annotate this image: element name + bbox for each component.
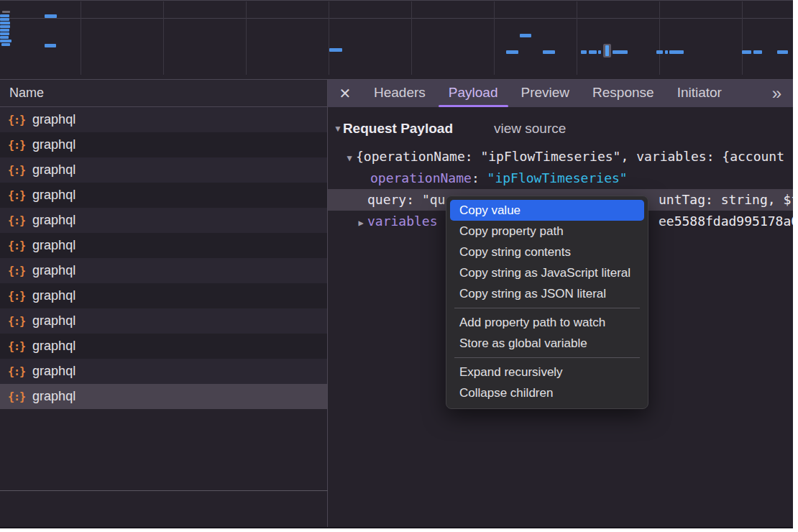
- view-source-link[interactable]: view source: [494, 121, 566, 137]
- request-timing-bar: [656, 50, 663, 54]
- property-value: "ipFlowTimeseries": [487, 170, 628, 185]
- json-fetch-icon: {:}: [8, 390, 25, 403]
- request-timing-bar: [0, 40, 12, 42]
- property-value-right: ee5588fdad995178a0: [659, 211, 793, 232]
- request-row[interactable]: {:}graphql: [0, 132, 327, 157]
- menu-item-store-as-global-variable[interactable]: Store as global variable: [446, 333, 648, 354]
- tree-row-operation-name[interactable]: operationName: "ipFlowTimeseries": [328, 168, 793, 189]
- request-payload-section-header[interactable]: ▼ Request Payload view source: [334, 117, 566, 140]
- colon: :: [406, 192, 422, 207]
- request-timing-bar: [2, 11, 10, 13]
- menu-divider: [454, 357, 640, 358]
- tab-preview[interactable]: Preview: [510, 80, 582, 107]
- tab-initiator[interactable]: Initiator: [666, 80, 733, 107]
- request-row[interactable]: {:}graphql: [0, 157, 327, 183]
- menu-item-collapse-children[interactable]: Collapse children: [446, 382, 648, 403]
- overview-gridline: [163, 1, 164, 75]
- json-fetch-icon: {:}: [8, 214, 25, 227]
- menu-item-copy-property-path[interactable]: Copy property path: [446, 221, 648, 242]
- request-name: graphql: [32, 263, 75, 278]
- tab-strip: HeadersPayloadPreviewResponseInitiator: [362, 80, 733, 107]
- property-value-right: untTag: string, $f: [659, 189, 793, 211]
- request-timing-bar: [581, 50, 587, 54]
- property-key: variables: [367, 214, 438, 229]
- request-row[interactable]: {:}graphql: [0, 258, 327, 283]
- json-fetch-icon: {:}: [8, 340, 25, 353]
- request-timing-bar: [0, 18, 9, 21]
- request-row[interactable]: {:}graphql: [0, 359, 327, 384]
- overview-gridline-horizontal: [0, 18, 793, 19]
- request-name: graphql: [32, 313, 75, 329]
- request-row[interactable]: {:}graphql: [0, 233, 327, 258]
- close-icon[interactable]: ✕: [336, 80, 354, 107]
- request-timing-bar: [669, 50, 684, 54]
- request-timing-bar: [777, 50, 788, 54]
- menu-item-copy-string-as-javascript-literal[interactable]: Copy string as JavaScript literal: [446, 262, 648, 283]
- request-timing-bar: [665, 50, 668, 54]
- request-timing-bar: [598, 50, 601, 54]
- overview-gridline: [411, 1, 412, 75]
- request-timing-bar: [742, 50, 751, 54]
- expand-triangle-icon[interactable]: ▶: [354, 212, 367, 232]
- json-fetch-icon: {:}: [8, 290, 25, 303]
- request-name: graphql: [32, 162, 75, 178]
- request-timing-bar: [543, 50, 555, 54]
- overview-gridline: [329, 1, 329, 75]
- json-fetch-icon: {:}: [8, 315, 25, 328]
- context-menu: Copy valueCopy property pathCopy string …: [446, 196, 648, 409]
- json-fetch-icon: {:}: [8, 164, 25, 177]
- request-name: graphql: [32, 364, 75, 379]
- request-row[interactable]: {:}graphql: [0, 208, 327, 233]
- request-name: graphql: [32, 137, 75, 152]
- request-row[interactable]: {:}graphql: [0, 183, 327, 208]
- property-value-left: "qu: [422, 192, 446, 207]
- tab-headers[interactable]: Headers: [362, 80, 437, 107]
- request-timing-bar: [0, 29, 9, 32]
- request-row[interactable]: {:}graphql: [0, 308, 327, 334]
- network-request-pane: Name {:}graphql{:}graphql{:}graphql{:}gr…: [0, 79, 327, 527]
- property-key: query: [367, 192, 406, 207]
- json-fetch-icon: {:}: [8, 189, 25, 202]
- json-fetch-icon: {:}: [8, 139, 25, 152]
- overview-timeline[interactable]: [0, 0, 793, 80]
- tree-row-root[interactable]: ▼{operationName: "ipFlowTimeseries", var…: [328, 146, 793, 168]
- request-timing-bar: [0, 32, 9, 35]
- request-timing-bar: [45, 14, 57, 18]
- request-row[interactable]: {:}graphql: [0, 107, 327, 132]
- request-name: graphql: [32, 339, 75, 354]
- request-row[interactable]: {:}graphql: [0, 283, 327, 308]
- request-timing-bar: [0, 25, 10, 28]
- expand-triangle-icon[interactable]: ▼: [343, 147, 356, 168]
- object-preview: {operationName: "ipFlowTimeseries", vari…: [356, 149, 784, 164]
- request-row[interactable]: {:}graphql: [0, 384, 327, 409]
- request-list: {:}graphql{:}graphql{:}graphql{:}graphql…: [0, 107, 327, 527]
- request-timing-bar: [605, 45, 609, 56]
- overview-gridline: [246, 1, 247, 75]
- section-title: Request Payload: [343, 121, 453, 137]
- overview-gridline: [494, 1, 495, 75]
- request-timing-bar: [520, 34, 531, 37]
- colon: :: [472, 170, 487, 185]
- more-tabs-icon[interactable]: »: [772, 81, 781, 106]
- collapse-triangle-icon[interactable]: ▼: [334, 124, 342, 134]
- menu-item-expand-recursively[interactable]: Expand recursively: [446, 362, 648, 382]
- menu-item-copy-string-as-json-literal[interactable]: Copy string as JSON literal: [446, 283, 648, 304]
- menu-item-copy-string-contents[interactable]: Copy string contents: [446, 242, 648, 262]
- tab-response[interactable]: Response: [581, 80, 666, 107]
- request-timing-bar: [0, 22, 10, 24]
- request-row[interactable]: {:}graphql: [0, 334, 327, 359]
- request-timing-bar: [0, 36, 9, 39]
- request-timing-bar: [506, 50, 518, 54]
- request-name: graphql: [32, 389, 75, 404]
- overview-gridline: [577, 1, 577, 75]
- request-timing-bar: [589, 50, 597, 54]
- menu-item-copy-value[interactable]: Copy value: [450, 200, 644, 221]
- json-fetch-icon: {:}: [8, 114, 25, 127]
- json-fetch-icon: {:}: [8, 239, 25, 252]
- menu-item-add-property-path-to-watch[interactable]: Add property path to watch: [446, 312, 648, 333]
- request-timing-bar: [613, 50, 628, 54]
- overview-gridline: [742, 1, 743, 75]
- json-fetch-icon: {:}: [8, 265, 25, 278]
- tab-payload[interactable]: Payload: [437, 80, 510, 107]
- name-column-header[interactable]: Name: [0, 79, 327, 107]
